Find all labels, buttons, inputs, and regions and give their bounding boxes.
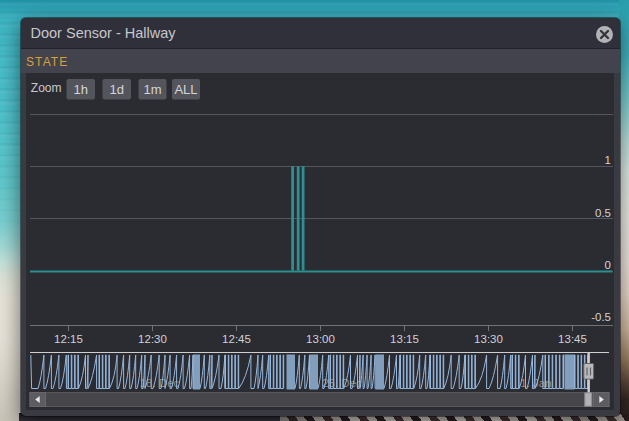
svg-text:1d: 1d: [110, 82, 124, 97]
svg-text:12:45: 12:45: [222, 333, 251, 345]
svg-text:0.5: 0.5: [595, 207, 611, 219]
svg-text:13:00: 13:00: [306, 333, 335, 345]
svg-text:1h: 1h: [74, 82, 88, 97]
svg-text:1: 1: [605, 154, 611, 166]
svg-text:13:30: 13:30: [474, 333, 503, 345]
svg-text:ALL: ALL: [174, 82, 197, 97]
svg-text:12:15: 12:15: [54, 333, 83, 345]
svg-text:13:45: 13:45: [558, 333, 587, 345]
svg-text:25. Dec: 25. Dec: [322, 377, 362, 389]
svg-text:12:30: 12:30: [138, 333, 167, 345]
svg-text:13:15: 13:15: [390, 333, 419, 345]
svg-text:0: 0: [605, 259, 611, 271]
svg-text:1m: 1m: [143, 82, 161, 97]
svg-text:-0.5: -0.5: [591, 311, 611, 323]
svg-text:Zoom: Zoom: [31, 81, 62, 95]
